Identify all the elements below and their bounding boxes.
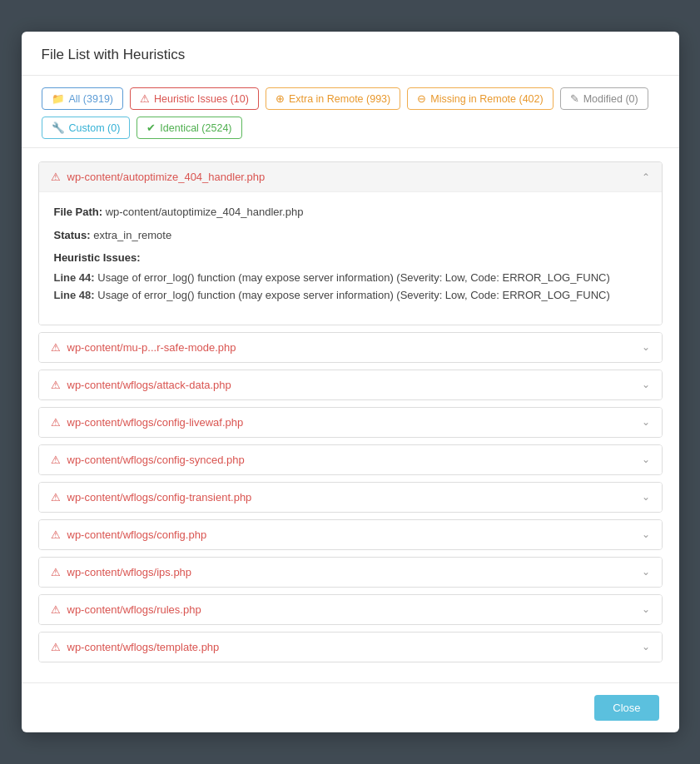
- chevron-down-icon-6: ⌄: [642, 566, 650, 578]
- chevron-down-icon-2: ⌄: [642, 416, 650, 428]
- line-num-1: Line 44:: [54, 271, 95, 284]
- file-item-header-4[interactable]: ⚠ wp-content/wflogs/config-transient.php…: [39, 483, 662, 512]
- close-button[interactable]: Close: [594, 695, 658, 721]
- filter-missing-remote[interactable]: ⊖ Missing in Remote (402): [407, 87, 553, 110]
- file-item-left-0: ⚠ wp-content/mu-p...r-safe-mode.php: [51, 341, 236, 354]
- chevron-up-icon: ⌃: [642, 171, 650, 183]
- collapsed-file-name-0: wp-content/mu-p...r-safe-mode.php: [67, 341, 236, 354]
- folder-icon: 📁: [52, 92, 65, 105]
- warning-icon-2: ⚠: [51, 416, 61, 429]
- file-list-modal: File List with Heuristics 📁 All (3919) ⚠…: [22, 32, 679, 732]
- warning-icon-8: ⚠: [51, 641, 61, 653]
- file-item-header-5[interactable]: ⚠ wp-content/wflogs/config.php ⌄: [39, 520, 662, 549]
- file-item-left-8: ⚠ wp-content/wflogs/template.php: [51, 641, 220, 653]
- collapsed-file-name-2: wp-content/wflogs/config-livewaf.php: [67, 416, 244, 429]
- status-value: extra_in_remote: [93, 229, 171, 241]
- line-text-2: Usage of error_log() function (may expos…: [97, 289, 610, 301]
- pencil-icon: ✎: [570, 92, 579, 105]
- filter-custom-label: Custom (0): [69, 122, 121, 134]
- chevron-down-icon-0: ⌄: [642, 341, 650, 353]
- heuristic-line-1: Line 44: Usage of error_log() function (…: [54, 270, 647, 287]
- file-item-left-6: ⚠ wp-content/wflogs/ips.php: [51, 566, 192, 578]
- filter-all[interactable]: 📁 All (3919): [42, 87, 124, 110]
- file-item-6: ⚠ wp-content/wflogs/ips.php ⌄: [38, 557, 663, 588]
- filter-modified[interactable]: ✎ Modified (0): [560, 87, 648, 110]
- file-item-1: ⚠ wp-content/wflogs/attack-data.php ⌄: [38, 370, 663, 400]
- file-item-left-7: ⚠ wp-content/wflogs/rules.php: [51, 603, 201, 616]
- file-item-4: ⚠ wp-content/wflogs/config-transient.php…: [38, 482, 663, 513]
- warning-icon-3: ⚠: [51, 454, 61, 466]
- file-item-5: ⚠ wp-content/wflogs/config.php ⌄: [38, 519, 663, 550]
- file-item-left: ⚠ wp-content/autoptimize_404_handler.php: [51, 171, 266, 183]
- warning-icon: ⚠: [140, 92, 150, 105]
- file-item-left-5: ⚠ wp-content/wflogs/config.php: [51, 528, 207, 541]
- file-item-header-3[interactable]: ⚠ wp-content/wflogs/config-synced.php ⌄: [39, 445, 662, 474]
- file-item-expanded: ⚠ wp-content/autoptimize_404_handler.php…: [38, 161, 663, 325]
- modal-overlay: File List with Heuristics 📁 All (3919) ⚠…: [0, 0, 700, 764]
- warning-icon-7: ⚠: [51, 603, 61, 616]
- file-path-value: wp-content/autoptimize_404_handler.php: [106, 206, 304, 218]
- warning-icon-6: ⚠: [51, 566, 61, 578]
- file-path-label: File Path:: [54, 206, 103, 218]
- file-item-0: ⚠ wp-content/mu-p...r-safe-mode.php ⌄: [38, 332, 663, 363]
- filter-extra-remote[interactable]: ⊕ Extra in Remote (993): [266, 87, 400, 110]
- filter-identical[interactable]: ✔ Identical (2524): [137, 117, 241, 139]
- warning-icon-5: ⚠: [51, 528, 61, 541]
- file-item-body: File Path: wp-content/autoptimize_404_ha…: [39, 191, 662, 324]
- modal-footer: Close: [22, 682, 679, 732]
- circle-warn-icon: ⊖: [417, 92, 426, 105]
- file-path-row: File Path: wp-content/autoptimize_404_ha…: [54, 204, 647, 221]
- filter-extra-remote-label: Extra in Remote (993): [289, 93, 390, 105]
- filter-custom[interactable]: 🔧 Custom (0): [42, 117, 131, 139]
- heuristic-line-2: Line 48: Usage of error_log() function (…: [54, 287, 647, 305]
- line-text-1: Usage of error_log() function (may expos…: [97, 271, 610, 284]
- file-item-left-1: ⚠ wp-content/wflogs/attack-data.php: [51, 379, 231, 391]
- heuristic-issues-label: Heuristic Issues:: [54, 250, 647, 266]
- wrench-icon: 🔧: [52, 122, 65, 134]
- modal-header: File List with Heuristics: [22, 32, 679, 76]
- warning-icon-4: ⚠: [51, 491, 61, 504]
- collapsed-file-name-8: wp-content/wflogs/template.php: [67, 641, 220, 653]
- collapsed-file-name-6: wp-content/wflogs/ips.php: [67, 566, 192, 578]
- file-item-3: ⚠ wp-content/wflogs/config-synced.php ⌄: [38, 444, 663, 475]
- modal-title: File List with Heuristics: [42, 47, 186, 62]
- chevron-down-icon-7: ⌄: [642, 603, 650, 615]
- file-item-header-8[interactable]: ⚠ wp-content/wflogs/template.php ⌄: [39, 633, 662, 662]
- chevron-down-icon-3: ⌄: [642, 454, 650, 465]
- collapsed-file-name-3: wp-content/wflogs/config-synced.php: [67, 454, 245, 466]
- file-item-header-7[interactable]: ⚠ wp-content/wflogs/rules.php ⌄: [39, 595, 662, 624]
- filter-heuristic[interactable]: ⚠ Heuristic Issues (10): [130, 87, 259, 110]
- warning-icon-1: ⚠: [51, 379, 61, 391]
- warning-icon-0: ⚠: [51, 341, 61, 354]
- status-row: Status: extra_in_remote: [54, 227, 647, 244]
- filter-bar: 📁 All (3919) ⚠ Heuristic Issues (10) ⊕ E…: [22, 76, 679, 148]
- chevron-down-icon-1: ⌄: [642, 379, 650, 390]
- collapsed-file-name-5: wp-content/wflogs/config.php: [67, 528, 207, 541]
- filter-all-label: All (3919): [69, 93, 114, 105]
- file-list-body: ⚠ wp-content/autoptimize_404_handler.php…: [22, 148, 679, 682]
- file-item-header-0[interactable]: ⚠ wp-content/mu-p...r-safe-mode.php ⌄: [39, 333, 662, 362]
- file-item-header-6[interactable]: ⚠ wp-content/wflogs/ips.php ⌄: [39, 558, 662, 587]
- check-circle-icon: ✔: [146, 122, 156, 134]
- file-item-left-3: ⚠ wp-content/wflogs/config-synced.php: [51, 454, 245, 466]
- file-item-left-4: ⚠ wp-content/wflogs/config-transient.php: [51, 491, 252, 504]
- filter-heuristic-label: Heuristic Issues (10): [154, 93, 249, 105]
- filter-modified-label: Modified (0): [583, 93, 638, 105]
- chevron-down-icon-5: ⌄: [642, 528, 650, 540]
- heuristic-section: Heuristic Issues: Line 44: Usage of erro…: [54, 250, 647, 304]
- warning-triangle-icon: ⚠: [51, 171, 61, 183]
- chevron-down-icon-8: ⌄: [642, 641, 650, 652]
- file-item-header-1[interactable]: ⚠ wp-content/wflogs/attack-data.php ⌄: [39, 370, 662, 399]
- file-item-left-2: ⚠ wp-content/wflogs/config-livewaf.php: [51, 416, 244, 429]
- collapsed-file-name-7: wp-content/wflogs/rules.php: [67, 603, 201, 616]
- file-item-header-2[interactable]: ⚠ wp-content/wflogs/config-livewaf.php ⌄: [39, 408, 662, 437]
- collapsed-file-name-1: wp-content/wflogs/attack-data.php: [67, 379, 231, 391]
- status-label: Status:: [54, 229, 91, 241]
- line-num-2: Line 48:: [54, 289, 95, 301]
- file-item-2: ⚠ wp-content/wflogs/config-livewaf.php ⌄: [38, 407, 663, 438]
- expanded-file-name: wp-content/autoptimize_404_handler.php: [67, 171, 266, 183]
- file-item-8: ⚠ wp-content/wflogs/template.php ⌄: [38, 632, 663, 662]
- filter-missing-remote-label: Missing in Remote (402): [430, 93, 543, 105]
- filter-identical-label: Identical (2524): [160, 122, 231, 134]
- file-item-header-expanded[interactable]: ⚠ wp-content/autoptimize_404_handler.php…: [39, 162, 662, 191]
